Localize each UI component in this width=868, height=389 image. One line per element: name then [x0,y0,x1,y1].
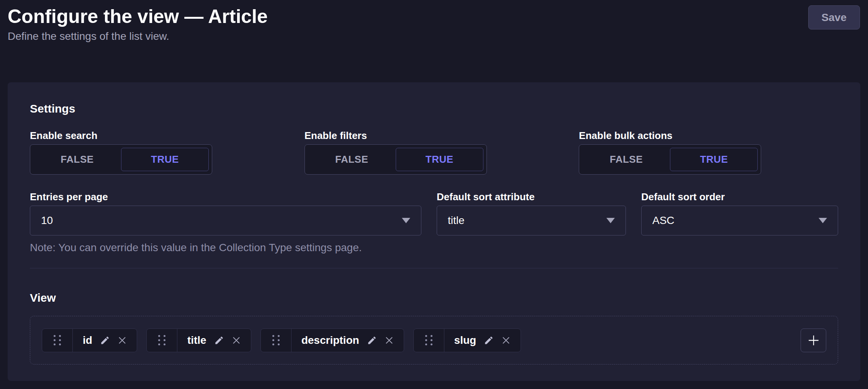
edit-icon[interactable] [484,335,494,345]
field-enable-filters: Enable filters FALSE TRUE [305,130,564,175]
edit-icon[interactable] [100,335,110,345]
section-divider [30,268,838,268]
enable-bulk-actions-toggle[interactable]: FALSE TRUE [579,144,761,175]
toggle-option-false[interactable]: FALSE [33,148,121,171]
field-entries-per-page: Entries per page 10 [30,191,421,235]
field-enable-search: Enable search FALSE TRUE [30,130,289,175]
view-heading: View [30,291,838,305]
plus-icon [807,334,820,347]
settings-panel: Settings Enable search FALSE TRUE Enable… [8,82,860,381]
field-label-default-sort-attribute: Default sort attribute [437,191,626,203]
field-enable-bulk-actions: Enable bulk actions FALSE TRUE [579,130,838,175]
drag-handle-icon[interactable] [147,329,177,352]
field-chip-title[interactable]: title [146,329,251,352]
chip-body: slug [444,329,521,352]
remove-icon[interactable] [501,336,511,345]
drag-dots-icon [425,335,432,345]
field-default-sort-attribute: Default sort attribute title [437,191,626,235]
toggle-option-true[interactable]: TRUE [396,148,483,171]
chip-label: description [301,334,359,347]
field-label-default-sort-order: Default sort order [641,191,838,203]
enable-filters-toggle[interactable]: FALSE TRUE [305,144,487,175]
chip-label: slug [454,334,477,347]
page-subtitle: Define the settings of the list view. [8,30,860,43]
default-sort-order-select[interactable]: ASC [641,206,838,235]
field-list-drop-zone: id title [30,316,838,364]
drag-handle-icon[interactable] [42,329,73,352]
field-default-sort-order: Default sort order ASC [641,191,838,235]
toggles-row: Enable search FALSE TRUE Enable filters … [30,130,838,175]
edit-icon[interactable] [214,335,224,345]
page-header: Configure the view — Article Define the … [0,0,868,82]
chevron-down-icon [606,218,615,223]
chip-body: title [177,329,251,352]
save-button[interactable]: Save [808,5,860,29]
select-value: 10 [41,214,53,227]
field-label-enable-filters: Enable filters [305,130,564,141]
toggle-option-true[interactable]: TRUE [121,148,209,171]
field-chip-id[interactable]: id [42,329,137,352]
default-sort-attribute-select[interactable]: title [437,206,626,235]
enable-search-toggle[interactable]: FALSE TRUE [30,144,212,175]
edit-icon[interactable] [367,335,377,345]
field-label-enable-bulk-actions: Enable bulk actions [579,130,838,141]
chip-body: description [292,329,404,352]
toggle-option-false[interactable]: FALSE [308,148,396,171]
field-label-enable-search: Enable search [30,130,289,141]
toggle-option-false[interactable]: FALSE [582,148,670,171]
field-label-entries-per-page: Entries per page [30,191,421,203]
chip-label: id [83,334,92,347]
remove-icon[interactable] [232,336,241,345]
toggle-option-true[interactable]: TRUE [670,148,758,171]
remove-icon[interactable] [118,336,127,345]
add-field-button[interactable] [801,329,826,352]
select-value: title [448,214,465,227]
drag-dots-icon [272,335,280,345]
drag-dots-icon [54,335,61,345]
page-title: Configure the view — Article [8,5,860,28]
selects-row: Entries per page 10 Default sort attribu… [30,191,838,235]
entries-per-page-select[interactable]: 10 [30,206,421,235]
chip-body: id [73,329,137,352]
select-value: ASC [652,214,675,227]
drag-handle-icon[interactable] [414,329,444,352]
drag-handle-icon[interactable] [261,329,292,352]
settings-heading: Settings [30,101,838,116]
chevron-down-icon [402,218,410,223]
entries-per-page-note: Note: You can override this value in the… [30,241,838,254]
chip-label: title [187,334,206,347]
chevron-down-icon [819,218,827,223]
remove-icon[interactable] [385,336,394,345]
drag-dots-icon [158,335,165,345]
field-chip-description[interactable]: description [260,329,404,352]
field-chip-slug[interactable]: slug [413,329,521,352]
